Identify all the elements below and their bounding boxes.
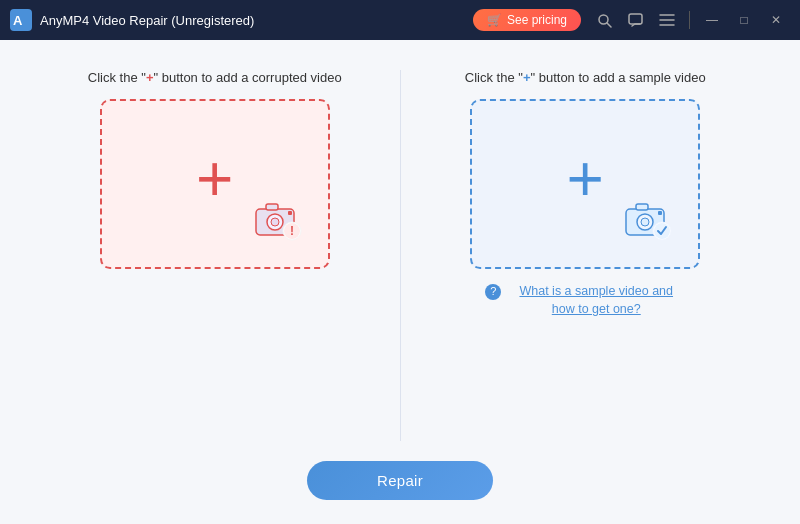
corrupted-video-panel: Click the "+" button to add a corrupted … — [40, 70, 390, 269]
cart-icon: 🛒 — [487, 13, 502, 27]
app-logo: A — [10, 9, 32, 31]
search-icon — [597, 13, 612, 28]
svg-text:A: A — [13, 13, 23, 28]
sample-camera-icon — [622, 199, 676, 245]
corrupted-instruction: Click the "+" button to add a corrupted … — [88, 70, 342, 85]
svg-rect-12 — [288, 211, 292, 215]
svg-text:!: ! — [290, 224, 294, 238]
repair-area: Repair — [0, 451, 800, 524]
svg-rect-19 — [636, 204, 648, 210]
svg-point-10 — [271, 218, 279, 226]
repair-button[interactable]: Repair — [307, 461, 493, 500]
corrupted-drop-zone[interactable]: + ! — [100, 99, 330, 269]
search-icon-button[interactable] — [591, 11, 618, 30]
app-title: AnyMP4 Video Repair (Unregistered) — [40, 13, 473, 28]
hamburger-icon — [659, 13, 675, 27]
panel-separator — [400, 70, 401, 441]
chat-icon-button[interactable] — [622, 11, 649, 30]
maximize-button[interactable]: □ — [730, 6, 758, 34]
svg-rect-4 — [629, 14, 642, 24]
svg-line-3 — [607, 23, 611, 27]
main-content: Click the "+" button to add a corrupted … — [0, 40, 800, 524]
pricing-label: See pricing — [507, 13, 567, 27]
titlebar: A AnyMP4 Video Repair (Unregistered) 🛒 S… — [0, 0, 800, 40]
close-button[interactable]: ✕ — [762, 6, 790, 34]
sample-add-icon: + — [567, 147, 604, 211]
titlebar-icons: — □ ✕ — [591, 6, 790, 34]
corrupted-plus-char: + — [146, 70, 154, 85]
divider — [689, 11, 690, 29]
svg-rect-20 — [658, 211, 662, 215]
sample-plus-char: + — [523, 70, 531, 85]
see-pricing-button[interactable]: 🛒 See pricing — [473, 9, 581, 31]
corrupted-camera-icon: ! — [252, 199, 306, 245]
minimize-button[interactable]: — — [698, 6, 726, 34]
menu-icon-button[interactable] — [653, 11, 681, 29]
svg-point-18 — [641, 218, 649, 226]
sample-help-link[interactable]: ? What is a sample video and how to get … — [485, 283, 685, 318]
sample-instruction: Click the "+" button to add a sample vid… — [465, 70, 706, 85]
chat-icon — [628, 13, 643, 28]
sample-video-panel: Click the "+" button to add a sample vid… — [411, 70, 761, 318]
svg-rect-11 — [266, 204, 278, 210]
help-question-icon: ? — [485, 284, 501, 300]
panels-container: Click the "+" button to add a corrupted … — [0, 40, 800, 451]
sample-drop-zone[interactable]: + — [470, 99, 700, 269]
help-link-text: What is a sample video and how to get on… — [507, 283, 685, 318]
corrupted-add-icon: + — [196, 147, 233, 211]
